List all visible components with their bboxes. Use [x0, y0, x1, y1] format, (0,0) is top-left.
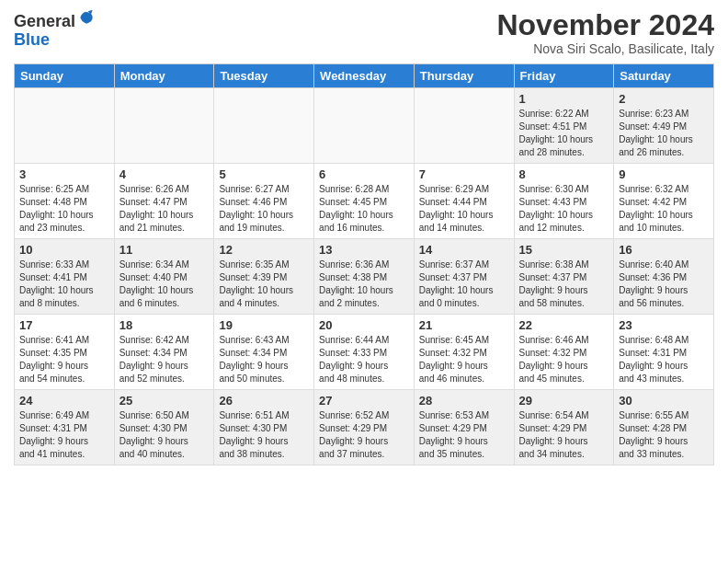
day-number: 19 [219, 318, 309, 332]
day-number: 7 [419, 167, 509, 181]
logo-icon [77, 8, 96, 27]
calendar-cell: 9Sunrise: 6:32 AM Sunset: 4:42 PM Daylig… [614, 164, 714, 239]
calendar-cell: 6Sunrise: 6:28 AM Sunset: 4:45 PM Daylig… [314, 164, 415, 239]
day-info: Sunrise: 6:38 AM Sunset: 4:37 PM Dayligh… [519, 259, 609, 310]
day-number: 15 [519, 243, 609, 257]
day-info: Sunrise: 6:25 AM Sunset: 4:48 PM Dayligh… [19, 183, 109, 235]
day-number: 16 [619, 243, 709, 257]
calendar-cell: 2Sunrise: 6:23 AM Sunset: 4:49 PM Daylig… [614, 88, 714, 164]
day-number: 3 [19, 167, 109, 181]
day-info: Sunrise: 6:51 AM Sunset: 4:30 PM Dayligh… [219, 409, 309, 461]
title-block: November 2024 Nova Siri Scalo, Basilicat… [496, 9, 714, 56]
calendar-cell: 15Sunrise: 6:38 AM Sunset: 4:37 PM Dayli… [514, 239, 614, 315]
logo-general: General [14, 12, 75, 30]
day-info: Sunrise: 6:45 AM Sunset: 4:32 PM Dayligh… [419, 334, 509, 385]
calendar-cell: 24Sunrise: 6:49 AM Sunset: 4:31 PM Dayli… [15, 390, 115, 465]
day-info: Sunrise: 6:54 AM Sunset: 4:29 PM Dayligh… [519, 409, 609, 461]
calendar-week-row: 1Sunrise: 6:22 AM Sunset: 4:51 PM Daylig… [15, 88, 714, 164]
day-number: 25 [119, 394, 210, 408]
day-number: 29 [519, 394, 609, 408]
calendar-week-row: 17Sunrise: 6:41 AM Sunset: 4:35 PM Dayli… [15, 315, 714, 390]
logo: General Blue [14, 13, 96, 50]
day-info: Sunrise: 6:50 AM Sunset: 4:30 PM Dayligh… [119, 409, 210, 461]
day-info: Sunrise: 6:33 AM Sunset: 4:41 PM Dayligh… [19, 259, 109, 310]
day-info: Sunrise: 6:42 AM Sunset: 4:34 PM Dayligh… [119, 334, 210, 385]
day-number: 10 [19, 243, 109, 257]
month-title: November 2024 [496, 9, 714, 41]
calendar-cell: 17Sunrise: 6:41 AM Sunset: 4:35 PM Dayli… [15, 315, 115, 390]
day-number: 2 [619, 92, 709, 106]
day-info: Sunrise: 6:22 AM Sunset: 4:51 PM Dayligh… [519, 108, 609, 159]
calendar-cell: 10Sunrise: 6:33 AM Sunset: 4:41 PM Dayli… [15, 239, 115, 315]
weekday-header: Thursday [414, 64, 514, 88]
calendar-cell: 27Sunrise: 6:52 AM Sunset: 4:29 PM Dayli… [314, 390, 415, 465]
calendar-table: SundayMondayTuesdayWednesdayThursdayFrid… [14, 63, 714, 465]
day-info: Sunrise: 6:55 AM Sunset: 4:28 PM Dayligh… [619, 409, 709, 461]
day-number: 8 [519, 167, 609, 181]
calendar-cell: 29Sunrise: 6:54 AM Sunset: 4:29 PM Dayli… [514, 390, 614, 465]
day-info: Sunrise: 6:32 AM Sunset: 4:42 PM Dayligh… [619, 183, 709, 235]
header: General Blue November 2024 Nova Siri Sca… [14, 9, 714, 56]
logo-blue: Blue [14, 30, 50, 49]
calendar-cell [314, 88, 415, 164]
calendar-cell: 28Sunrise: 6:53 AM Sunset: 4:29 PM Dayli… [414, 390, 514, 465]
weekday-header: Tuesday [214, 64, 314, 88]
day-number: 9 [619, 167, 709, 181]
calendar-cell: 13Sunrise: 6:36 AM Sunset: 4:38 PM Dayli… [314, 239, 415, 315]
calendar-cell: 4Sunrise: 6:26 AM Sunset: 4:47 PM Daylig… [114, 164, 214, 239]
calendar-cell: 23Sunrise: 6:48 AM Sunset: 4:31 PM Dayli… [614, 315, 714, 390]
day-number: 14 [419, 243, 509, 257]
day-number: 20 [319, 318, 409, 332]
calendar-cell [114, 88, 214, 164]
calendar-week-row: 3Sunrise: 6:25 AM Sunset: 4:48 PM Daylig… [15, 164, 714, 239]
day-number: 5 [219, 167, 309, 181]
calendar-cell: 22Sunrise: 6:46 AM Sunset: 4:32 PM Dayli… [514, 315, 614, 390]
calendar-cell: 1Sunrise: 6:22 AM Sunset: 4:51 PM Daylig… [514, 88, 614, 164]
calendar-cell: 16Sunrise: 6:40 AM Sunset: 4:36 PM Dayli… [614, 239, 714, 315]
calendar-cell: 20Sunrise: 6:44 AM Sunset: 4:33 PM Dayli… [314, 315, 415, 390]
weekday-header: Sunday [15, 64, 115, 88]
calendar-cell: 30Sunrise: 6:55 AM Sunset: 4:28 PM Dayli… [614, 390, 714, 465]
day-number: 22 [519, 318, 609, 332]
day-number: 23 [619, 318, 709, 332]
page-container: General Blue November 2024 Nova Siri Sca… [0, 0, 728, 475]
day-info: Sunrise: 6:46 AM Sunset: 4:32 PM Dayligh… [519, 334, 609, 385]
calendar-cell: 14Sunrise: 6:37 AM Sunset: 4:37 PM Dayli… [414, 239, 514, 315]
day-number: 28 [419, 394, 509, 408]
day-info: Sunrise: 6:52 AM Sunset: 4:29 PM Dayligh… [319, 409, 409, 461]
calendar-cell: 19Sunrise: 6:43 AM Sunset: 4:34 PM Dayli… [214, 315, 314, 390]
calendar-cell: 3Sunrise: 6:25 AM Sunset: 4:48 PM Daylig… [15, 164, 115, 239]
calendar-cell: 21Sunrise: 6:45 AM Sunset: 4:32 PM Dayli… [414, 315, 514, 390]
calendar-cell: 7Sunrise: 6:29 AM Sunset: 4:44 PM Daylig… [414, 164, 514, 239]
calendar-cell: 11Sunrise: 6:34 AM Sunset: 4:40 PM Dayli… [114, 239, 214, 315]
location: Nova Siri Scalo, Basilicate, Italy [496, 41, 714, 56]
day-info: Sunrise: 6:27 AM Sunset: 4:46 PM Dayligh… [219, 183, 309, 235]
day-number: 24 [19, 394, 109, 408]
weekday-header: Wednesday [314, 64, 415, 88]
day-number: 4 [119, 167, 210, 181]
calendar-cell: 12Sunrise: 6:35 AM Sunset: 4:39 PM Dayli… [214, 239, 314, 315]
day-info: Sunrise: 6:48 AM Sunset: 4:31 PM Dayligh… [619, 334, 709, 385]
weekday-header: Saturday [614, 64, 714, 88]
day-number: 26 [219, 394, 309, 408]
day-info: Sunrise: 6:36 AM Sunset: 4:38 PM Dayligh… [319, 259, 409, 310]
calendar-cell: 8Sunrise: 6:30 AM Sunset: 4:43 PM Daylig… [514, 164, 614, 239]
day-info: Sunrise: 6:29 AM Sunset: 4:44 PM Dayligh… [419, 183, 509, 235]
calendar-week-row: 10Sunrise: 6:33 AM Sunset: 4:41 PM Dayli… [15, 239, 714, 315]
calendar-cell: 25Sunrise: 6:50 AM Sunset: 4:30 PM Dayli… [114, 390, 214, 465]
day-number: 1 [519, 92, 609, 106]
day-info: Sunrise: 6:53 AM Sunset: 4:29 PM Dayligh… [419, 409, 509, 461]
calendar-cell: 5Sunrise: 6:27 AM Sunset: 4:46 PM Daylig… [214, 164, 314, 239]
day-number: 18 [119, 318, 210, 332]
day-info: Sunrise: 6:37 AM Sunset: 4:37 PM Dayligh… [419, 259, 509, 310]
weekday-header: Friday [514, 64, 614, 88]
calendar-cell [214, 88, 314, 164]
day-info: Sunrise: 6:44 AM Sunset: 4:33 PM Dayligh… [319, 334, 409, 385]
calendar-week-row: 24Sunrise: 6:49 AM Sunset: 4:31 PM Dayli… [15, 390, 714, 465]
day-number: 11 [119, 243, 210, 257]
calendar-cell: 26Sunrise: 6:51 AM Sunset: 4:30 PM Dayli… [214, 390, 314, 465]
day-info: Sunrise: 6:43 AM Sunset: 4:34 PM Dayligh… [219, 334, 309, 385]
day-number: 6 [319, 167, 409, 181]
day-info: Sunrise: 6:30 AM Sunset: 4:43 PM Dayligh… [519, 183, 609, 235]
day-number: 13 [319, 243, 409, 257]
